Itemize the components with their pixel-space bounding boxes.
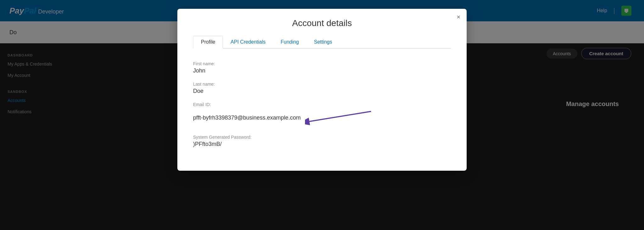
- svg-line-3: [309, 111, 371, 121]
- password-value: )PFfto3mB/: [193, 141, 451, 147]
- tab-settings[interactable]: Settings: [306, 36, 340, 48]
- first-name-group: First name: John: [193, 61, 451, 74]
- arrow-annotation: [305, 108, 374, 127]
- password-label: System Generated Password:: [193, 135, 451, 140]
- email-label: Email ID:: [193, 102, 451, 107]
- tabs-container: Profile API Credentials Funding Settings: [193, 36, 451, 49]
- email-value: pfft-byfrh3398379@business.example.com: [193, 115, 301, 121]
- profile-content: First name: John Last name: Doe Email ID…: [193, 58, 451, 158]
- last-name-group: Last name: Doe: [193, 82, 451, 94]
- email-group: Email ID: pfft-byfrh3398379@business.exa…: [193, 102, 451, 127]
- tab-api-credentials[interactable]: API Credentials: [223, 36, 273, 48]
- first-name-value: John: [193, 67, 451, 74]
- password-group: System Generated Password: )PFfto3mB/: [193, 135, 451, 147]
- modal-title: Account details: [193, 18, 451, 28]
- tab-funding[interactable]: Funding: [273, 36, 307, 48]
- modal-close-button[interactable]: ×: [457, 14, 460, 20]
- first-name-label: First name:: [193, 61, 451, 66]
- tab-profile[interactable]: Profile: [193, 36, 223, 49]
- last-name-label: Last name:: [193, 82, 451, 87]
- last-name-value: Doe: [193, 88, 451, 94]
- account-details-modal: × Account details Profile API Credential…: [177, 9, 467, 171]
